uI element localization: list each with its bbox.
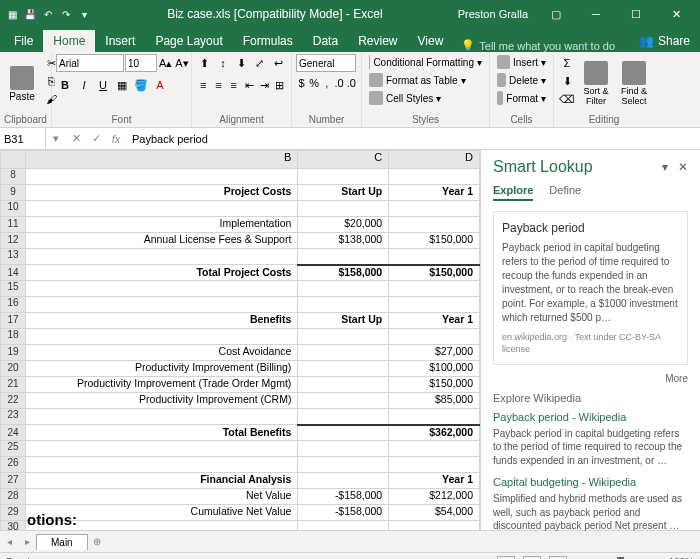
cell[interactable]: Year 1 — [389, 313, 480, 329]
align-right-button[interactable]: ≡ — [227, 76, 241, 94]
underline-button[interactable]: U — [94, 76, 112, 94]
enter-formula-button[interactable]: ✓ — [86, 132, 106, 145]
cell-styles-button[interactable]: Cell Styles▾ — [366, 90, 485, 106]
decrease-indent-button[interactable]: ⇤ — [242, 76, 256, 94]
formula-content[interactable]: Payback period — [126, 133, 700, 145]
panel-close-button[interactable]: ✕ — [678, 160, 688, 174]
cell[interactable] — [25, 169, 297, 185]
cell[interactable]: Total Project Costs — [25, 265, 297, 281]
cell[interactable] — [25, 297, 297, 313]
cell[interactable]: Financial Analysis — [25, 473, 297, 489]
cell[interactable] — [389, 201, 480, 217]
cell[interactable]: Year 1 — [389, 473, 480, 489]
row-header[interactable]: 14 — [1, 265, 26, 281]
namebox-dropdown[interactable]: ▾ — [46, 132, 66, 145]
row-header[interactable]: 26 — [1, 457, 26, 473]
select-all-corner[interactable] — [1, 151, 26, 169]
cell[interactable]: Year 1 — [389, 185, 480, 201]
comma-button[interactable]: , — [321, 74, 332, 92]
worksheet[interactable]: BCD89Project CostsStart UpYear 11011Impl… — [0, 150, 480, 530]
row-header[interactable]: 20 — [1, 361, 26, 377]
cell[interactable] — [298, 201, 389, 217]
clear-button[interactable]: ⌫ — [558, 90, 576, 108]
tab-formulas[interactable]: Formulas — [233, 30, 303, 52]
tab-page-layout[interactable]: Page Layout — [145, 30, 232, 52]
font-color-button[interactable]: A — [151, 76, 169, 94]
delete-cells-button[interactable]: Delete▾ — [494, 72, 549, 88]
cell[interactable] — [389, 441, 480, 457]
cell[interactable] — [298, 169, 389, 185]
cell[interactable] — [389, 409, 480, 425]
cell[interactable] — [298, 473, 389, 489]
row-header[interactable]: 8 — [1, 169, 26, 185]
tab-data[interactable]: Data — [303, 30, 348, 52]
cell[interactable]: $150,000 — [389, 233, 480, 249]
cell[interactable]: $158,000 — [298, 265, 389, 281]
align-center-button[interactable]: ≡ — [211, 76, 225, 94]
row-header[interactable]: 18 — [1, 329, 26, 345]
tab-view[interactable]: View — [408, 30, 454, 52]
cell[interactable] — [298, 361, 389, 377]
find-select-button[interactable]: Find & Select — [616, 54, 652, 113]
align-bottom-button[interactable]: ⬇ — [233, 54, 250, 72]
undo-icon[interactable]: ↶ — [40, 6, 56, 22]
cell[interactable]: $138,000 — [298, 233, 389, 249]
autosum-button[interactable]: Σ — [558, 54, 576, 72]
cell[interactable]: Cost Avoidance — [25, 345, 297, 361]
cell[interactable]: Productivity Improvement (Trade Order Mg… — [25, 377, 297, 393]
sheet-nav-prev[interactable]: ◂ — [0, 536, 18, 547]
panel-tab-define[interactable]: Define — [549, 184, 581, 201]
align-top-button[interactable]: ⬆ — [196, 54, 213, 72]
number-format-select[interactable] — [296, 54, 356, 72]
row-header[interactable]: 17 — [1, 313, 26, 329]
cell[interactable] — [25, 457, 297, 473]
format-cells-button[interactable]: Format▾ — [494, 90, 549, 106]
col-header-B[interactable]: B — [25, 151, 297, 169]
tab-home[interactable]: Home — [43, 30, 95, 52]
cell[interactable]: $27,000 — [389, 345, 480, 361]
page-break-view-button[interactable] — [549, 556, 567, 560]
cell[interactable]: Benefits — [25, 313, 297, 329]
cell[interactable] — [25, 281, 297, 297]
wrap-text-button[interactable]: ↩ — [270, 54, 287, 72]
increase-indent-button[interactable]: ⇥ — [257, 76, 271, 94]
row-header[interactable]: 30 — [1, 521, 26, 531]
bold-button[interactable]: B — [56, 76, 74, 94]
page-layout-view-button[interactable] — [523, 556, 541, 560]
conditional-formatting-button[interactable]: Conditional Formatting▾ — [366, 54, 485, 70]
cell[interactable] — [25, 409, 297, 425]
cell[interactable] — [389, 169, 480, 185]
cell[interactable] — [298, 249, 389, 265]
col-header-C[interactable]: C — [298, 151, 389, 169]
cell[interactable] — [298, 457, 389, 473]
increase-font-button[interactable]: A▴ — [158, 54, 173, 72]
fill-button[interactable]: ⬇ — [558, 72, 576, 90]
cell[interactable]: $100,000 — [389, 361, 480, 377]
sheet-nav-next[interactable]: ▸ — [18, 536, 36, 547]
tell-me[interactable]: 💡Tell me what you want to do — [453, 39, 629, 52]
cell[interactable] — [25, 249, 297, 265]
increase-decimal-button[interactable]: .0 — [333, 74, 344, 92]
row-header[interactable]: 11 — [1, 217, 26, 233]
cell[interactable] — [298, 521, 389, 531]
row-header[interactable]: 22 — [1, 393, 26, 409]
more-link[interactable]: More — [493, 373, 688, 384]
redo-icon[interactable]: ↷ — [58, 6, 74, 22]
cell[interactable] — [389, 521, 480, 531]
orientation-button[interactable]: ⤢ — [251, 54, 268, 72]
cancel-formula-button[interactable]: ✕ — [66, 132, 86, 145]
currency-button[interactable]: $ — [296, 74, 307, 92]
row-header[interactable]: 28 — [1, 489, 26, 505]
cell[interactable]: Net Value — [25, 489, 297, 505]
cell[interactable]: $150,000 — [389, 265, 480, 281]
insert-cells-button[interactable]: Insert▾ — [494, 54, 549, 70]
save-icon[interactable]: 💾 — [22, 6, 38, 22]
row-header[interactable]: 13 — [1, 249, 26, 265]
tab-file[interactable]: File — [4, 30, 43, 52]
font-size-select[interactable] — [125, 54, 157, 72]
cell[interactable]: Annual License Fees & Support — [25, 233, 297, 249]
row-header[interactable]: 27 — [1, 473, 26, 489]
row-header[interactable]: 29 — [1, 505, 26, 521]
new-sheet-button[interactable]: ⊕ — [88, 536, 106, 547]
format-as-table-button[interactable]: Format as Table▾ — [366, 72, 485, 88]
